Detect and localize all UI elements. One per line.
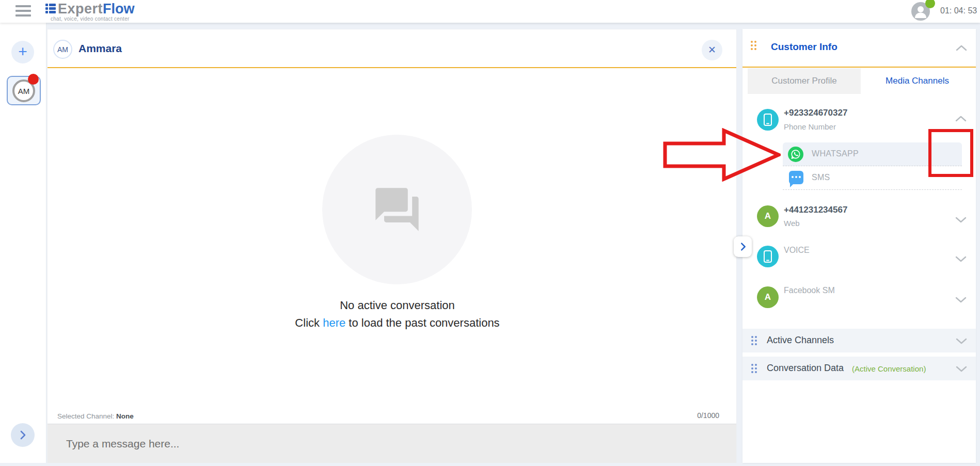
identity-type: Web (784, 219, 800, 228)
logo-tagline: chat, voice, video contact center (45, 16, 135, 22)
tab-media-channels[interactable]: Media Channels (861, 68, 974, 94)
drag-handle-icon[interactable] (751, 41, 756, 50)
chevron-down-icon[interactable] (955, 217, 967, 223)
logo-text-flow: Flow (103, 1, 135, 17)
logo-text-expert: Expert (58, 1, 103, 17)
chevron-right-icon (17, 429, 28, 441)
message-input[interactable] (66, 424, 717, 463)
chevron-down-icon[interactable] (955, 297, 967, 303)
hamburger-menu-icon[interactable] (15, 5, 31, 18)
close-chat-button[interactable]: ✕ (702, 40, 722, 60)
message-composer (48, 424, 736, 463)
phone-channel-icon (757, 246, 779, 267)
drag-handle-icon[interactable] (751, 364, 757, 373)
char-counter: 0/1000 (697, 411, 719, 420)
customer-info-title: Customer Info (771, 41, 837, 53)
close-icon: ✕ (708, 44, 716, 55)
top-bar: ExpertFlow chat, voice, video contact ce… (0, 0, 980, 23)
contact-name: Ammara (78, 42, 122, 55)
section-title: Active Channels (767, 335, 834, 346)
subtitle-prefix: Click (295, 316, 320, 329)
rail-expand-button[interactable] (11, 423, 35, 447)
empty-conversation-area: No active conversation Click here to loa… (48, 69, 736, 412)
chevron-up-icon[interactable] (955, 115, 967, 122)
expertflow-logo: ExpertFlow chat, voice, video contact ce… (45, 1, 135, 22)
identity-number: +923324670327 (784, 108, 847, 118)
app-window: ExpertFlow chat, voice, video contact ce… (0, 0, 980, 466)
subtitle-suffix: to load the past conversations (349, 316, 499, 329)
identity-type: Phone Number (784, 122, 836, 131)
empty-state-circle (322, 135, 472, 284)
chat-bubbles-icon (371, 184, 423, 235)
selected-channel-label: Selected Channel: (57, 412, 114, 420)
customer-info-header[interactable]: Customer Info (742, 29, 976, 68)
selected-channel: Selected Channel: None (57, 412, 134, 420)
chat-list-item-ammara[interactable]: AM (7, 76, 41, 105)
session-timer: 01: 04: 53 (940, 6, 977, 15)
channel-name: WHATSAPP (812, 149, 859, 158)
section-active-channels[interactable]: Active Channels (742, 329, 976, 352)
empty-state-subtitle: Click here to load the past conversation… (48, 316, 747, 330)
chevron-right-icon (738, 242, 748, 252)
annotation-highlight-box (928, 129, 973, 177)
sms-icon (789, 171, 803, 184)
contact-avatar: AM (53, 40, 72, 59)
chevron-down-icon[interactable] (955, 366, 968, 373)
active-conversation-badge: (Active Conversation) (852, 364, 926, 373)
selected-channel-value: None (116, 412, 134, 420)
unread-notification-dot (28, 74, 39, 85)
phone-channel-icon (757, 109, 779, 131)
chat-status-bar: Selected Channel: None 0/1000 (48, 408, 736, 424)
presence-indicator (925, 0, 935, 8)
chevron-down-icon[interactable] (955, 256, 967, 263)
logo-dots-icon (45, 4, 56, 14)
conversation-rail: + AM (0, 23, 46, 463)
channel-name: SMS (812, 173, 830, 182)
chevron-down-icon[interactable] (955, 338, 968, 345)
avatar-a-icon: A (757, 205, 779, 227)
identity-label: Facebook SM (784, 286, 835, 295)
empty-state-title: No active conversation (48, 299, 747, 312)
customer-info-tabs: Customer Profile Media Channels (748, 68, 974, 94)
load-conversations-link[interactable]: here (323, 316, 345, 329)
section-conversation-data[interactable]: Conversation Data (Active Conversation) (742, 357, 976, 380)
chevron-up-icon[interactable] (955, 44, 968, 51)
chat-header: AM Ammara ✕ (48, 29, 736, 68)
identity-number: +441231234567 (784, 205, 847, 215)
expand-panel-button[interactable] (734, 236, 752, 257)
identity-label: VOICE (784, 246, 810, 255)
new-chat-button[interactable]: + (11, 41, 34, 63)
section-title: Conversation Data (767, 363, 844, 374)
tab-customer-profile[interactable]: Customer Profile (748, 68, 861, 94)
avatar-a-icon: A (757, 286, 779, 308)
whatsapp-icon (788, 147, 803, 164)
chat-panel: AM Ammara ✕ No active conversation Click… (47, 29, 737, 463)
customer-info-panel: Customer Info Customer Profile Media Cha… (742, 29, 976, 463)
drag-handle-icon[interactable] (751, 336, 757, 345)
